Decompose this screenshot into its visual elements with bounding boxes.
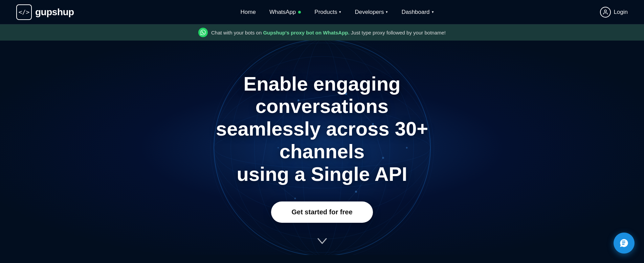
cta-button[interactable]: Get started for free [271,201,373,223]
login-button[interactable]: Login [600,7,628,18]
nav-item-dashboard[interactable]: Dashboard ▾ [401,9,434,16]
dashboard-chevron-icon: ▾ [432,10,434,14]
scroll-down-indicator[interactable] [317,237,327,247]
announcement-link[interactable]: Gupshup's proxy bot on WhatsApp. [263,30,349,35]
products-chevron-icon: ▾ [339,10,341,14]
chat-widget-button[interactable] [614,233,635,254]
nav-label-home: Home [241,9,256,16]
nav-links: Home WhatsApp Products ▾ Developers ▾ Da… [241,9,434,16]
nav-label-products: Products [314,9,337,16]
nav-item-products[interactable]: Products ▾ [314,9,341,16]
nav-item-whatsapp[interactable]: WhatsApp [269,9,301,16]
nav-item-home[interactable]: Home [241,9,256,16]
hero-title-line1: Enable engaging conversations [243,73,400,117]
whatsapp-active-dot [298,11,301,14]
navbar: </> gupshup Home WhatsApp Products ▾ Dev… [0,0,644,24]
nav-link-products[interactable]: Products ▾ [314,9,341,16]
chat-widget-icon [619,238,629,248]
brand-name: gupshup [35,7,74,18]
announcement-text-after: Just type proxy followed by your botname… [350,30,446,35]
announcement-text: Chat with your bots on Gupshup's proxy b… [211,30,446,35]
nav-link-home[interactable]: Home [241,9,256,16]
nav-right: Login [600,7,628,18]
nav-label-whatsapp: WhatsApp [269,9,296,16]
hero-title-line2: seamlessly across 30+ channels [216,118,428,162]
nav-item-developers[interactable]: Developers ▾ [355,9,388,16]
hero-title: Enable engaging conversations seamlessly… [183,73,461,185]
nav-link-whatsapp[interactable]: WhatsApp [269,9,301,16]
nav-link-developers[interactable]: Developers ▾ [355,9,388,16]
developers-chevron-icon: ▾ [386,10,388,14]
login-label: Login [614,9,628,16]
logo-icon: </> [16,4,32,20]
hero-content: Enable engaging conversations seamlessly… [170,73,474,223]
whatsapp-promo-icon [198,28,208,37]
logo-code-icon: </> [19,8,30,16]
svg-point-0 [604,10,606,12]
hero-title-line3: using a Single API [237,163,407,185]
nav-label-dashboard: Dashboard [401,9,429,16]
nav-link-dashboard[interactable]: Dashboard ▾ [401,9,434,16]
logo[interactable]: </> gupshup [16,4,74,20]
announcement-text-before: Chat with your bots on [211,30,263,35]
hero-section: Enable engaging conversations seamlessly… [0,41,644,255]
nav-label-developers: Developers [355,9,384,16]
announcement-bar: Chat with your bots on Gupshup's proxy b… [0,24,644,41]
user-avatar-icon [600,7,611,18]
